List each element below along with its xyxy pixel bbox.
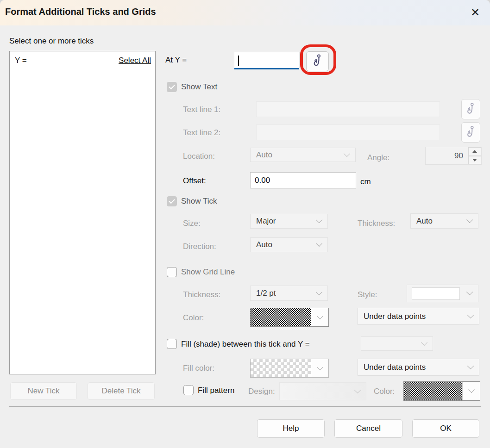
select-all-link[interactable]: Select All <box>119 56 151 65</box>
chevron-down-icon <box>316 240 322 247</box>
fill-between-checkbox[interactable] <box>167 339 177 349</box>
text-line-1-label: Text line 1: <box>183 105 220 114</box>
close-button[interactable]: ✕ <box>467 4 484 21</box>
text-line-1-hook-button[interactable] <box>461 99 480 119</box>
spin-down-button[interactable] <box>468 156 481 165</box>
close-icon: ✕ <box>471 6 480 19</box>
show-tick-checkbox[interactable] <box>167 196 177 206</box>
style-label: Style: <box>358 290 377 299</box>
format-ticks-dialog: Format Additional Ticks and Grids ✕ Sele… <box>0 0 490 448</box>
chevron-down-icon <box>316 288 322 295</box>
dropdown-button[interactable] <box>462 382 480 400</box>
chevron-down-icon <box>354 386 361 393</box>
grid-placement-dropdown[interactable]: Under data points <box>358 308 479 325</box>
pattern-color-dropdown[interactable] <box>403 381 480 401</box>
listbox-header-y: Y = <box>15 56 27 65</box>
ticks-listbox[interactable]: Y = Select All <box>9 51 156 374</box>
hook-icon <box>466 125 476 140</box>
footer-divider <box>9 406 481 407</box>
dropdown-button[interactable] <box>311 359 328 377</box>
chevron-down-icon <box>468 386 475 393</box>
select-ticks-heading: Select one or more ticks <box>9 37 94 46</box>
delete-tick-button[interactable]: Delete Tick <box>88 382 155 400</box>
angle-value: 90 <box>426 147 468 164</box>
chevron-down-icon <box>421 339 427 345</box>
direction-label: Direction: <box>183 242 216 251</box>
dropdown-button[interactable] <box>311 308 328 326</box>
focus-underline <box>234 68 299 69</box>
show-text-label: Show Text <box>181 82 217 92</box>
color-swatch-pattern <box>251 359 311 377</box>
fill-placement-dropdown[interactable]: Under data points <box>358 359 479 376</box>
text-cursor <box>238 56 239 66</box>
at-y-hook-button[interactable] <box>306 51 329 71</box>
cancel-label: Cancel <box>356 424 381 433</box>
offset-unit-label: cm <box>360 177 371 187</box>
fill-pattern-label: Fill pattern <box>198 386 234 395</box>
chevron-down-icon <box>466 216 473 223</box>
pattern-color-label: Color: <box>374 387 395 396</box>
direction-value: Auto <box>256 240 272 249</box>
titlebar: Format Additional Ticks and Grids ✕ <box>0 0 490 25</box>
hook-icon <box>312 54 323 69</box>
location-label: Location: <box>183 152 215 161</box>
color-swatch-pattern <box>404 382 462 400</box>
fill-placement-value: Under data points <box>364 363 426 372</box>
tick-thickness-dropdown[interactable]: Auto <box>410 213 478 229</box>
angle-spinner[interactable]: 90 <box>425 147 482 165</box>
arrow-up-icon <box>472 150 477 153</box>
offset-label: Offset: <box>183 176 206 186</box>
fill-between-y-dropdown[interactable] <box>361 336 433 351</box>
help-label: Help <box>283 424 299 433</box>
ok-button[interactable]: OK <box>412 419 479 438</box>
window-title: Format Additional Ticks and Grids <box>5 6 156 17</box>
grid-color-dropdown[interactable] <box>250 308 329 327</box>
chevron-down-icon <box>466 289 473 295</box>
design-label: Design: <box>248 387 275 396</box>
chevron-down-icon <box>317 363 323 370</box>
spin-up-button[interactable] <box>468 147 481 156</box>
chevron-down-icon <box>467 311 474 318</box>
chevron-down-icon <box>316 217 322 223</box>
color-swatch-pattern <box>251 308 311 326</box>
fill-color-dropdown[interactable] <box>250 359 329 378</box>
cancel-button[interactable]: Cancel <box>334 419 402 438</box>
show-tick-label: Show Tick <box>181 197 217 206</box>
chevron-down-icon <box>467 362 474 369</box>
size-value: Major <box>256 217 276 226</box>
chevron-down-icon <box>317 312 323 319</box>
size-dropdown[interactable]: Major <box>250 214 328 229</box>
grid-color-label: Color: <box>183 313 204 323</box>
delete-tick-label: Delete Tick <box>101 386 140 396</box>
hook-icon <box>466 102 476 117</box>
show-grid-line-label: Show Grid Line <box>181 268 235 277</box>
at-y-input[interactable] <box>234 52 300 68</box>
size-label: Size: <box>183 219 201 228</box>
grid-thickness-label: Thickness: <box>183 290 220 299</box>
show-text-checkbox[interactable] <box>167 82 177 92</box>
style-dropdown[interactable] <box>407 285 478 302</box>
chevron-down-icon <box>344 150 350 156</box>
location-dropdown[interactable]: Auto <box>250 148 356 162</box>
new-tick-button[interactable]: New Tick <box>10 382 77 400</box>
line-style-swatch <box>412 287 460 300</box>
ok-label: OK <box>440 424 452 433</box>
grid-thickness-dropdown[interactable]: 1/2 pt <box>250 286 328 301</box>
direction-dropdown[interactable]: Auto <box>250 237 328 252</box>
grid-placement-value: Under data points <box>364 312 426 321</box>
offset-input[interactable]: 0.00 <box>250 172 356 188</box>
design-dropdown[interactable] <box>279 382 366 400</box>
help-button[interactable]: Help <box>257 419 325 438</box>
fill-color-label: Fill color: <box>183 364 214 373</box>
text-line-2-input[interactable] <box>256 124 440 140</box>
text-line-2-hook-button[interactable] <box>461 122 480 143</box>
fill-pattern-checkbox[interactable] <box>183 385 194 395</box>
tick-thickness-label: Thickness: <box>358 219 395 228</box>
text-line-2-label: Text line 2: <box>183 128 220 137</box>
new-tick-label: New Tick <box>28 386 60 396</box>
text-line-1-input[interactable] <box>256 101 440 117</box>
show-grid-line-checkbox[interactable] <box>167 267 177 277</box>
offset-value: 0.00 <box>255 176 270 185</box>
tick-thickness-value: Auto <box>416 217 433 226</box>
arrow-down-icon <box>472 159 477 162</box>
